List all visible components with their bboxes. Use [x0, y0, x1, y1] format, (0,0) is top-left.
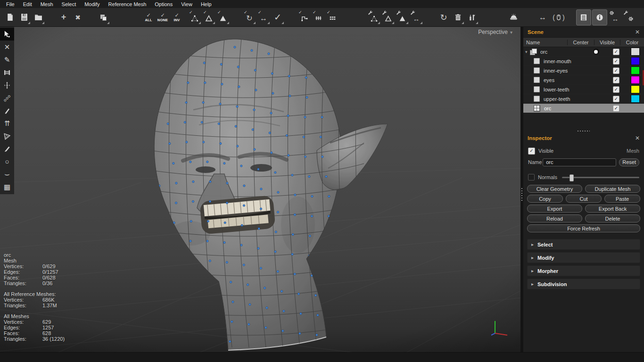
tweak-vertices-button[interactable]: [367, 10, 381, 25]
color-swatch[interactable]: [631, 57, 640, 65]
clear-geometry-button[interactable]: Clear Geometry: [527, 185, 582, 193]
selection-grow-button[interactable]: ✓↔: [256, 10, 271, 25]
section-select[interactable]: ▸ Select: [527, 239, 640, 250]
scene-row-eyes[interactable]: eyes ✓: [523, 75, 644, 85]
delete-selected-button[interactable]: [451, 10, 465, 25]
section-modify[interactable]: ▸ Modify: [527, 252, 640, 263]
new-file-button[interactable]: [3, 10, 17, 25]
patch-tool[interactable]: [0, 130, 14, 142]
visible-checkbox[interactable]: ✓: [613, 58, 619, 65]
normals-slider[interactable]: [562, 174, 639, 181]
refresh-button[interactable]: ↻: [437, 10, 451, 25]
scene-row-lower-teeth[interactable]: lower-teeth ✓: [523, 85, 644, 94]
tool-settings-button[interactable]: [622, 10, 636, 25]
select-edges-button[interactable]: ✓: [202, 10, 216, 25]
bake-button[interactable]: [506, 10, 520, 25]
arc-tool[interactable]: ⌣: [0, 168, 14, 181]
color-swatch[interactable]: [631, 48, 640, 56]
scene-row-upper-teeth[interactable]: upper-teeth ✓: [523, 94, 644, 104]
extrude-tool[interactable]: ⇈: [0, 117, 14, 130]
duplicate-mesh-button[interactable]: [96, 10, 110, 25]
section-subdivision[interactable]: ▸ Subdivision: [527, 279, 640, 289]
reload-button[interactable]: Reload: [527, 214, 582, 222]
scene-row-inner-mouth[interactable]: inner-mouth ✓: [523, 57, 644, 66]
selection-apply-button[interactable]: ✓: [271, 10, 285, 25]
column-visible[interactable]: Visible: [594, 40, 620, 45]
panel-divider[interactable]: [523, 129, 644, 133]
section-morpher[interactable]: ▸ Morpher: [527, 265, 640, 276]
normals-checkbox[interactable]: ✓: [528, 174, 535, 181]
delete-button[interactable]: Delete: [585, 214, 640, 222]
select-vertices-button[interactable]: ✓: [188, 10, 202, 25]
visible-checkbox[interactable]: ✓: [613, 49, 619, 55]
visible-checkbox[interactable]: ✓: [613, 77, 619, 83]
center-radio[interactable]: [593, 49, 599, 55]
utilities-button[interactable]: [465, 10, 479, 25]
mouse-settings-button[interactable]: (): [550, 10, 568, 25]
cut-button[interactable]: Cut: [566, 195, 602, 203]
menu-select[interactable]: Select: [58, 1, 81, 8]
visible-checkbox[interactable]: ✓: [528, 148, 535, 155]
export-back-button[interactable]: Export Back: [585, 205, 640, 213]
open-file-button[interactable]: [31, 10, 45, 25]
tweak-move-button[interactable]: ↔: [409, 10, 423, 25]
menu-view[interactable]: View: [177, 1, 197, 8]
force-refresh-button[interactable]: Force Refresh: [527, 224, 640, 232]
menu-options[interactable]: Options: [150, 1, 177, 8]
column-color[interactable]: Color: [620, 40, 644, 45]
bridge-tool[interactable]: [0, 66, 14, 79]
select-all-button[interactable]: ✓ALL: [141, 10, 156, 25]
tweak-edges-button[interactable]: [381, 10, 395, 25]
select-tool[interactable]: [0, 28, 14, 41]
select-invert-button[interactable]: ✓INV: [170, 10, 184, 25]
tweak-faces-button[interactable]: [395, 10, 409, 25]
brush-tool[interactable]: [0, 104, 14, 117]
visible-checkbox[interactable]: ✓: [613, 96, 619, 102]
add-mesh-button[interactable]: +: [57, 10, 71, 25]
save-file-button[interactable]: [17, 10, 31, 25]
scene-row-inner-eyes[interactable]: inner-eyes ✓: [523, 66, 644, 75]
select-none-button[interactable]: ✓NONE: [156, 10, 170, 25]
column-name[interactable]: Name: [523, 40, 568, 45]
edge-band-select-button[interactable]: ✓: [325, 10, 339, 25]
expand-caret-icon[interactable]: ▾: [525, 49, 530, 54]
pan-mode-button[interactable]: ↔: [536, 10, 550, 25]
color-swatch[interactable]: [631, 85, 640, 93]
edge-loop-select-button[interactable]: ✓: [297, 10, 311, 25]
column-center[interactable]: Center: [568, 40, 594, 45]
duplicate-mesh-button-inspector[interactable]: Duplicate Mesh: [585, 185, 640, 193]
delete-tool[interactable]: ✕: [0, 41, 14, 53]
slider-handle[interactable]: [570, 174, 574, 181]
visible-checkbox[interactable]: ✓: [613, 105, 619, 112]
spline-tool[interactable]: [0, 79, 14, 91]
menu-edit[interactable]: Edit: [19, 1, 36, 8]
reset-button[interactable]: Reset: [619, 158, 639, 166]
color-swatch[interactable]: [631, 66, 640, 74]
copy-button[interactable]: Copy: [527, 195, 563, 203]
toggle-inspector-panel-button[interactable]: [592, 9, 607, 25]
close-icon[interactable]: ✕: [635, 135, 640, 141]
create-tool[interactable]: ✎: [0, 53, 14, 66]
select-faces-button[interactable]: ✓: [216, 10, 230, 25]
tubes-tool[interactable]: ooo: [0, 91, 14, 104]
paste-button[interactable]: Paste: [604, 195, 640, 203]
visible-checkbox[interactable]: ✓: [613, 86, 619, 93]
mesh-name-input[interactable]: [543, 158, 616, 166]
export-button[interactable]: Export: [527, 205, 582, 213]
scene-row-orc-root[interactable]: ▾ orc ✓: [523, 47, 644, 57]
toggle-scene-panel-button[interactable]: [576, 9, 591, 25]
scene-row-orc-selected[interactable]: orc ✓: [523, 104, 644, 113]
visible-checkbox[interactable]: ✓: [613, 67, 619, 74]
knife-tool[interactable]: [0, 142, 14, 155]
menu-help[interactable]: Help: [197, 1, 216, 8]
menu-reference-mesh[interactable]: Reference Mesh: [104, 1, 151, 8]
viewport-3d[interactable]: ✕ ✎ ooo ⇈ ○ ⌣ ▦ Perspective ▾: [0, 27, 520, 352]
menu-mesh[interactable]: Mesh: [36, 1, 58, 8]
menu-file[interactable]: File: [2, 1, 19, 8]
menu-modify[interactable]: Modify: [80, 1, 104, 8]
close-icon[interactable]: ✕: [635, 29, 640, 35]
gear-connect-button[interactable]: ↔: [608, 10, 622, 25]
edge-ring-select-button[interactable]: ✓: [311, 10, 325, 25]
color-swatch[interactable]: [631, 95, 640, 103]
selection-convert-button[interactable]: ✓↻: [242, 10, 256, 25]
